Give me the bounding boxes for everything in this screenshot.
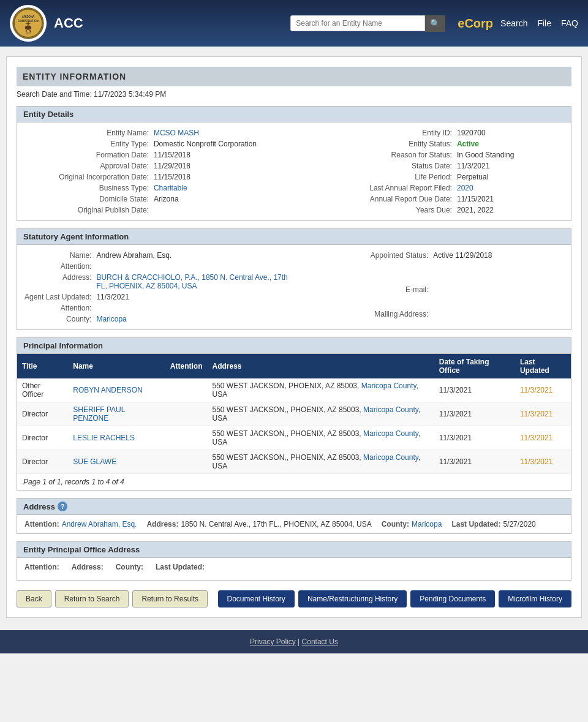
field-entity-status: Entity Status: Active: [294, 138, 564, 149]
search-container: 🔍: [290, 15, 445, 32]
col-attention: Attention: [165, 354, 208, 378]
back-button[interactable]: Back: [17, 590, 51, 607]
return-search-button[interactable]: Return to Search: [55, 590, 129, 607]
address-help-icon[interactable]: ?: [58, 502, 67, 511]
agent-address-label: Address:: [24, 272, 96, 291]
field-years-due: Years Due: 2021, 2022: [294, 205, 564, 216]
principal-info-section: Principal Information Title Name Attenti…: [17, 337, 571, 491]
header: ARIZONA CORPORATION 1912 ACC 🔍 eCorp Sea…: [0, 0, 588, 47]
years-due-label: Years Due:: [294, 205, 457, 216]
epo-attention-label: Attention:: [24, 563, 59, 575]
entity-principal-office-section: Entity Principal Office Address Attentio…: [17, 541, 571, 581]
table-row: Other Officer ROBYN ANDERSON 550 WEST JA…: [17, 378, 571, 402]
contact-us-link[interactable]: Contact Us: [302, 637, 338, 646]
field-business-type: Business Type: Charitable: [24, 182, 294, 194]
microfilm-history-button[interactable]: Microfilm History: [499, 590, 571, 607]
address-county-group: County: Maricopa: [382, 520, 442, 528]
agent-attention-label: Attention:: [24, 261, 96, 272]
status-date-value: 11/3/2021: [457, 160, 564, 171]
domicile-state-label: Domicile State:: [24, 194, 154, 205]
cell-last-updated: 11/3/2021: [515, 378, 571, 402]
main-content: ENTITY INFORMATION Search Date and Time:…: [6, 56, 582, 618]
pending-documents-button[interactable]: Pending Documents: [410, 590, 495, 607]
agent-attention-value: [96, 261, 294, 272]
agent-last-updated-label: Agent Last Updated:: [24, 291, 96, 303]
site-title: ACC: [54, 15, 83, 31]
nav-faq[interactable]: FAQ: [561, 18, 578, 28]
life-period-label: Life Period:: [294, 171, 457, 182]
agent-county-label: County:: [24, 314, 96, 325]
statutory-agent-body: Name: Andrew Abraham, Esq. Attention: Ad…: [17, 245, 571, 329]
nav-search[interactable]: Search: [500, 18, 527, 28]
life-period-value: Perpetual: [457, 171, 564, 182]
field-reason-status: Reason for Status: In Good Standing: [294, 149, 564, 160]
footer-separator: |: [298, 637, 300, 646]
domicile-state-value: Arizona: [154, 194, 294, 205]
orig-publish-date-value: [154, 205, 294, 216]
field-agent-county: County: Maricopa: [24, 314, 294, 325]
reason-status-label: Reason for Status:: [294, 149, 457, 160]
search-date: Search Date and Time: 11/7/2023 5:34:49 …: [17, 89, 571, 100]
agent-email-value: [433, 266, 564, 309]
entity-details-left: Entity Name: MCSO MASH Entity Type: Dome…: [24, 127, 294, 216]
epo-county-group: County:: [116, 563, 146, 575]
business-type-label: Business Type:: [24, 182, 154, 194]
field-entity-type: Entity Type: Domestic Nonprofit Corporat…: [24, 138, 294, 149]
field-orig-publish-date: Original Publish Date:: [24, 205, 294, 216]
col-last-updated: Last Updated: [515, 354, 571, 378]
cell-address: 550 WEST JACKSON,, PHOENIX, AZ 85003, Ma…: [208, 426, 434, 450]
entity-id-value: 1920700: [457, 127, 564, 138]
col-date-taking: Date of Taking Office: [434, 354, 515, 378]
col-name: Name: [68, 354, 165, 378]
address-county-label: County:: [382, 520, 409, 528]
appointed-status-label: Appointed Status:: [294, 250, 433, 266]
address-addr-group: Address: 1850 N. Central Ave., 17th FL.,…: [146, 520, 371, 528]
statutory-agent-section: Statutory Agent Information Name: Andrew…: [17, 228, 571, 330]
address-updated-value: 5/27/2020: [503, 520, 535, 528]
table-row: Director SUE GLAWE 550 WEST JACKSON,, PH…: [17, 450, 571, 474]
entity-principal-office-title: Entity Principal Office Address: [23, 545, 140, 554]
cell-address: 550 WEST JACKSON,, PHOENIX, AZ 85003, Ma…: [208, 450, 434, 474]
statutory-agent-header: Statutory Agent Information: [17, 229, 571, 245]
main-nav: Search File FAQ: [500, 18, 578, 28]
approval-date-label: Approval Date:: [24, 160, 154, 171]
address-updated-group: Last Updated: 5/27/2020: [451, 520, 535, 528]
search-input[interactable]: [290, 15, 425, 31]
col-title: Title: [17, 354, 68, 378]
search-button[interactable]: 🔍: [425, 15, 445, 32]
cell-name: LESLIE RACHELS: [68, 426, 165, 450]
epo-addr-label: Address:: [72, 563, 104, 575]
field-agent-last-updated: Agent Last Updated: 11/3/2021: [24, 291, 294, 303]
field-agent-name: Name: Andrew Abraham, Esq.: [24, 250, 294, 261]
svg-text:1912: 1912: [26, 32, 31, 35]
agent-county-value: Maricopa: [96, 314, 294, 325]
privacy-policy-link[interactable]: Privacy Policy: [250, 637, 296, 646]
address-section: Address ? Attention: Andrew Abraham, Esq…: [17, 498, 571, 534]
button-row: Back Return to Search Return to Results …: [17, 590, 571, 607]
name-restructuring-button[interactable]: Name/Restructuring History: [298, 590, 407, 607]
last-annual-report-value: 2020: [457, 182, 564, 194]
address-section-body: Attention: Andrew Abraham, Esq. Address:…: [17, 515, 571, 533]
entity-info-title: ENTITY INFORMATION: [17, 67, 571, 86]
nav-file[interactable]: File: [537, 18, 551, 28]
logo-image: ARIZONA CORPORATION 1912: [12, 7, 45, 40]
field-agent-mailing: Mailing Address:: [294, 309, 564, 325]
appointed-status-value: Active 11/29/2018: [433, 250, 564, 266]
entity-details-body: Entity Name: MCSO MASH Entity Type: Dome…: [17, 122, 571, 220]
epo-updated-group: Last Updated:: [156, 563, 207, 575]
epo-attention-group: Attention:: [24, 563, 62, 575]
field-orig-incorp-date: Original Incorporation Date: 11/15/2018: [24, 171, 294, 182]
document-history-button[interactable]: Document History: [218, 590, 295, 607]
statutory-left: Name: Andrew Abraham, Esq. Attention: Ad…: [24, 250, 294, 325]
entity-principal-office-header: Entity Principal Office Address: [17, 542, 571, 558]
address-section-header: Address ?: [17, 498, 571, 515]
return-results-button[interactable]: Return to Results: [132, 590, 208, 607]
field-last-annual-report: Last Annual Report Filed: 2020: [294, 182, 564, 194]
table-row: Director SHERIFF PAUL PENZONE 550 WEST J…: [17, 402, 571, 426]
annual-due-date-label: Annual Report Due Date:: [294, 194, 457, 205]
field-formation-date: Formation Date: 11/15/2018: [24, 149, 294, 160]
field-agent-attention2: Attention:: [24, 303, 294, 314]
entity-principal-office-body: Attention: Address: County: Last Updated…: [17, 558, 571, 580]
annual-due-date-value: 11/15/2021: [457, 194, 564, 205]
cell-name: SUE GLAWE: [68, 450, 165, 474]
